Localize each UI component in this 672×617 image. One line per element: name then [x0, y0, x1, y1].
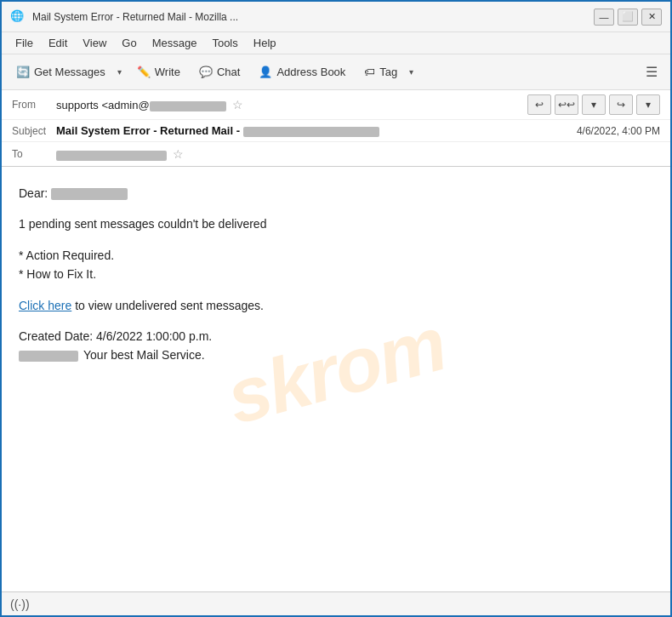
app-icon: 🌐 [10, 9, 26, 25]
address-book-label: Address Book [276, 66, 345, 78]
menu-go[interactable]: Go [115, 35, 143, 51]
address-book-icon: 👤 [259, 66, 272, 78]
get-messages-button[interactable]: 🔄 Get Messages [9, 61, 113, 83]
menu-bar: File Edit View Go Message Tools Help [2, 32, 670, 54]
dear-paragraph: Dear: [19, 184, 653, 203]
write-button[interactable]: ✏️ Write [129, 61, 188, 83]
from-label: From [12, 99, 56, 111]
click-here-paragraph: Click here to view undelivered sent mess… [19, 296, 653, 315]
status-bar: ((·)) [2, 591, 670, 615]
reply-all-button[interactable]: ↩↩ [555, 94, 578, 115]
to-star-icon[interactable]: ☆ [173, 147, 184, 161]
watermark: skrom [218, 300, 454, 442]
company-name-redacted [19, 351, 78, 362]
menu-help[interactable]: Help [247, 35, 283, 51]
from-value: supports <admin@ ☆ [56, 98, 521, 111]
write-icon: ✏️ [137, 66, 151, 78]
toolbar: 🔄 Get Messages ▾ ✏️ Write 💬 Chat 👤 Addre… [2, 54, 670, 90]
get-messages-label: Get Messages [34, 66, 105, 78]
chat-icon: 💬 [199, 66, 213, 78]
subject-label: Subject [12, 125, 56, 137]
body-main-message: 1 pending sent messages couldn't be deli… [19, 214, 653, 233]
subject-value: Mail System Error - Returned Mail - [56, 124, 568, 137]
write-label: Write [155, 66, 180, 78]
tag-icon: 🏷 [364, 66, 375, 78]
tag-button[interactable]: 🏷 Tag [356, 61, 405, 83]
reply-button[interactable]: ↩ [527, 94, 551, 115]
to-row: To ☆ [2, 142, 670, 166]
tag-dropdown-arrow[interactable]: ▾ [405, 63, 418, 81]
click-here-link[interactable]: Click here [19, 299, 71, 312]
address-book-button[interactable]: 👤 Address Book [251, 61, 353, 83]
email-body: skrom Dear: 1 pending sent messages coul… [2, 167, 670, 591]
navigation-buttons: ↩ ↩↩ ▾ ↪ ▾ [527, 94, 660, 115]
chat-label: Chat [217, 66, 240, 78]
from-star-icon[interactable]: ☆ [232, 98, 243, 111]
menu-file[interactable]: File [9, 35, 40, 51]
to-label: To [12, 148, 56, 160]
wifi-icon: ((·)) [10, 597, 30, 611]
window-title: Mail System Error - Returned Mail - Mozi… [32, 11, 587, 23]
to-value: ☆ [56, 147, 660, 161]
forward-button[interactable]: ↪ [609, 94, 633, 115]
tag-label: Tag [379, 66, 397, 78]
main-window: 🌐 Mail System Error - Returned Mail - Mo… [0, 0, 672, 617]
get-messages-icon: 🔄 [16, 66, 30, 78]
minimize-button[interactable]: — [594, 9, 614, 26]
get-messages-dropdown-arrow[interactable]: ▾ [113, 63, 126, 81]
from-row: From supports <admin@ ☆ ↩ ↩↩ ▾ ↪ ▾ [2, 90, 670, 120]
get-messages-group: 🔄 Get Messages ▾ [9, 61, 126, 83]
menu-message[interactable]: Message [145, 35, 204, 51]
tag-group: 🏷 Tag ▾ [356, 61, 418, 83]
to-email-redacted [56, 151, 167, 161]
hamburger-menu-button[interactable]: ☰ [640, 60, 663, 84]
created-date-paragraph: Created Date: 4/6/2022 1:00:00 p.m. Your… [19, 327, 653, 365]
window-controls: — ⬜ ✕ [594, 9, 662, 26]
action-required-paragraph: * Action Required. * How to Fix It. [19, 246, 653, 284]
close-button[interactable]: ✕ [641, 9, 662, 26]
menu-edit[interactable]: Edit [42, 35, 74, 51]
email-headers: From supports <admin@ ☆ ↩ ↩↩ ▾ ↪ ▾ Subje… [2, 90, 670, 167]
subject-row: Subject Mail System Error - Returned Mai… [2, 120, 670, 142]
menu-view[interactable]: View [76, 35, 113, 51]
nav-dropdown-button[interactable]: ▾ [582, 94, 606, 115]
dear-name-redacted [51, 188, 128, 200]
title-bar: 🌐 Mail System Error - Returned Mail - Mo… [2, 2, 670, 32]
from-email-redacted [150, 101, 226, 111]
subject-redacted [243, 127, 379, 137]
timestamp: 4/6/2022, 4:00 PM [577, 125, 660, 137]
maximize-button[interactable]: ⬜ [618, 9, 638, 26]
menu-tools[interactable]: Tools [205, 35, 244, 51]
nav-more-button[interactable]: ▾ [636, 94, 660, 115]
chat-button[interactable]: 💬 Chat [191, 61, 248, 83]
